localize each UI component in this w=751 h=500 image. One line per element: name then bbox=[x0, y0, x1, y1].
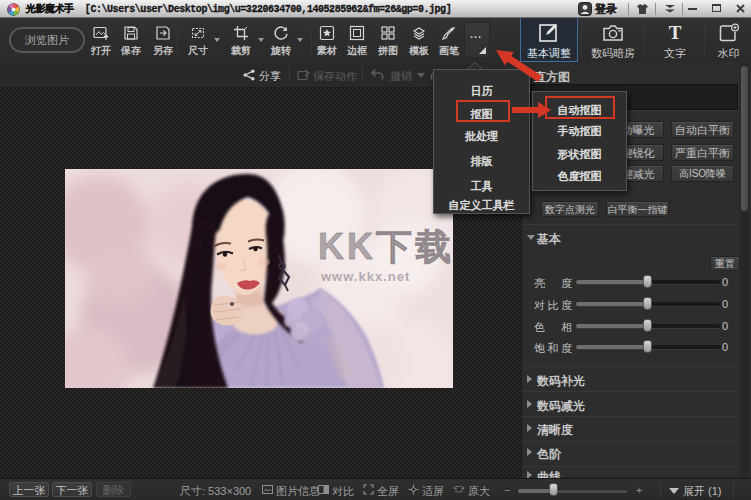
svg-text:KK下载: KK下载 bbox=[318, 226, 453, 267]
svg-text:www.kkx.net: www.kkx.net bbox=[320, 269, 410, 284]
